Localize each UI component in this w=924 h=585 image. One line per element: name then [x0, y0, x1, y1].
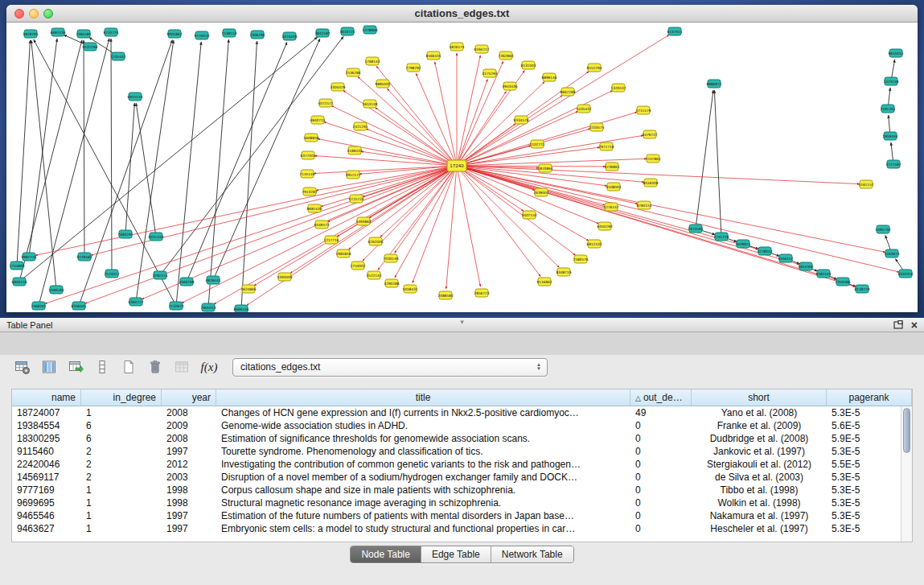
splitter-handle-icon[interactable]: ▾ — [460, 318, 464, 326]
column-header-year[interactable]: year — [162, 389, 216, 406]
tab-node-table[interactable]: Node Table — [351, 546, 421, 562]
column-header-pagerank[interactable]: pagerank — [827, 389, 912, 406]
column-header-in-degree[interactable]: in_degree — [81, 389, 162, 406]
delete-column-icon[interactable] — [144, 356, 166, 377]
table-source-select[interactable]: citations_edges.txt ▲▼ — [232, 358, 548, 377]
create-column-icon[interactable] — [117, 356, 140, 377]
table-cell: 2008 — [162, 432, 216, 445]
svg-text:7568302: 7568302 — [31, 304, 46, 308]
table-cell: 14569117 — [12, 471, 81, 484]
table-row[interactable]: 977716911998Corpus callosum shape and si… — [12, 484, 912, 496]
table-cell: 1997 — [162, 522, 216, 535]
table-row[interactable]: 946554611997Estimation of the future num… — [12, 509, 912, 522]
svg-text:8669156: 8669156 — [233, 307, 248, 311]
scrollbar-thumb[interactable] — [903, 408, 910, 453]
table-panel: f(x) citations_edges.txt ▲▼ name in_degr… — [0, 355, 924, 585]
table-row[interactable]: 969969511998Structural magnetic resonanc… — [12, 496, 912, 509]
svg-text:6032016: 6032016 — [897, 272, 913, 276]
table-source-value: citations_edges.txt — [240, 361, 320, 373]
svg-text:9552294: 9552294 — [586, 66, 602, 70]
table-header-row: name in_degree year title △out_de… short… — [12, 389, 912, 406]
svg-text:9655015: 9655015 — [888, 51, 903, 56]
table-cell: Structural magnetic resonance image aver… — [216, 496, 630, 509]
float-panel-icon[interactable] — [893, 320, 903, 329]
table-cell: 2003 — [162, 471, 216, 484]
table-cell: Estimation of the future numbers of pati… — [216, 509, 630, 522]
table-cell: Embryonic stem cells: a model to study s… — [216, 522, 630, 535]
row-tools-icon[interactable] — [91, 356, 113, 377]
svg-text:9219583: 9219583 — [76, 255, 92, 259]
svg-text:7350586: 7350586 — [835, 280, 850, 284]
network-window-titlebar[interactable]: citations_edges.txt — [6, 5, 918, 23]
table-row[interactable]: 1938455462009Genome-wide association stu… — [12, 419, 912, 432]
table-row[interactable]: 2242004622012Investigating the contribut… — [12, 458, 912, 471]
column-header-name[interactable]: name — [12, 389, 81, 406]
svg-text:7247865: 7247865 — [645, 157, 660, 161]
table-row[interactable]: 911546021997Tourette syndrome. Phenomeno… — [12, 445, 912, 458]
column-header-short[interactable]: short — [692, 389, 827, 406]
svg-text:5596584: 5596584 — [48, 288, 64, 292]
table-scrollbar[interactable] — [901, 406, 912, 542]
table-cell: 0 — [630, 471, 692, 484]
svg-text:4828441: 4828441 — [205, 278, 220, 282]
table-cell: 2 — [81, 445, 162, 458]
table-cell: 1 — [81, 496, 162, 509]
svg-text:5161152: 5161152 — [858, 183, 873, 187]
table-cell: 1997 — [162, 509, 216, 522]
svg-text:2191301: 2191301 — [880, 107, 895, 111]
svg-text:6697438: 6697438 — [50, 31, 65, 35]
svg-text:2421291: 2421291 — [352, 125, 368, 129]
svg-text:1435432: 1435432 — [576, 107, 591, 111]
import-table-icon[interactable] — [64, 356, 87, 377]
svg-text:4725720: 4725720 — [348, 197, 363, 201]
table-cell: 49 — [630, 406, 692, 419]
tab-network-table[interactable]: Network Table — [491, 546, 573, 562]
svg-text:3624866: 3624866 — [240, 287, 256, 291]
svg-text:8886872: 8886872 — [706, 82, 721, 86]
table-cell: 5.3E-5 — [827, 484, 912, 496]
svg-text:5058431: 5058431 — [402, 287, 417, 291]
svg-text:8233724: 8233724 — [103, 31, 118, 35]
table-mode-tabs: Node Table Edge Table Network Table — [350, 546, 573, 563]
svg-text:1870864: 1870864 — [537, 167, 552, 171]
show-columns-icon[interactable] — [38, 356, 60, 377]
svg-text:6800159: 6800159 — [11, 280, 27, 284]
tab-edge-table[interactable]: Edge Table — [421, 546, 491, 562]
table-cell: Disruption of a novel member of a sodium… — [216, 471, 630, 484]
svg-text:2524012: 2524012 — [104, 272, 119, 276]
svg-text:5378868: 5378868 — [362, 28, 377, 32]
svg-text:7798292: 7798292 — [405, 66, 421, 70]
function-builder-icon[interactable]: f(x) — [197, 360, 221, 374]
svg-text:9987726: 9987726 — [21, 255, 36, 259]
svg-text:9437299: 9437299 — [82, 45, 97, 49]
svg-text:7132870: 7132870 — [168, 304, 183, 308]
table-cell: 1 — [81, 484, 162, 496]
table-cell: 18300295 — [12, 432, 81, 445]
svg-text:9001867: 9001867 — [166, 32, 182, 36]
close-panel-icon[interactable]: × — [911, 319, 918, 331]
table-cell: 0 — [630, 419, 692, 432]
table-cell: 6 — [81, 432, 162, 445]
table-cell: 2 — [81, 458, 162, 471]
svg-text:8681430: 8681430 — [306, 207, 322, 211]
svg-text:4943436: 4943436 — [502, 84, 517, 89]
table-cell: 2 — [81, 471, 162, 484]
table-row[interactable]: 946362711997Embryonic stem cells: a mode… — [12, 522, 912, 535]
table-cell: Tourette syndrome. Phenomenology and cla… — [216, 445, 630, 458]
svg-text:2971718: 2971718 — [598, 145, 614, 149]
svg-text:5493863: 5493863 — [355, 220, 371, 224]
table-row[interactable]: 1830029562008Estimation of significance … — [12, 432, 912, 445]
table-row[interactable]: 1456911722003Disruption of a novel membe… — [12, 471, 912, 484]
network-canvas[interactable]: 1724017681432536286330442940725724840715… — [6, 23, 918, 312]
svg-text:7465581: 7465581 — [76, 32, 91, 36]
column-header-title[interactable]: title — [216, 389, 630, 406]
table-cell: Yano et al. (2008) — [692, 406, 827, 419]
svg-text:2959444: 2959444 — [882, 134, 897, 138]
column-header-out-degree[interactable]: △out_de… — [630, 389, 692, 406]
table-panel-titlebar[interactable]: Table Panel ▾ × — [0, 318, 924, 332]
column-settings-icon[interactable] — [11, 356, 34, 377]
svg-text:7683297: 7683297 — [117, 233, 133, 237]
table-cell: de Silva et al. (2003) — [692, 471, 827, 484]
table-cell: 0 — [630, 484, 692, 496]
table-row[interactable]: 1872400712008Changes of HCN gene express… — [12, 406, 912, 419]
